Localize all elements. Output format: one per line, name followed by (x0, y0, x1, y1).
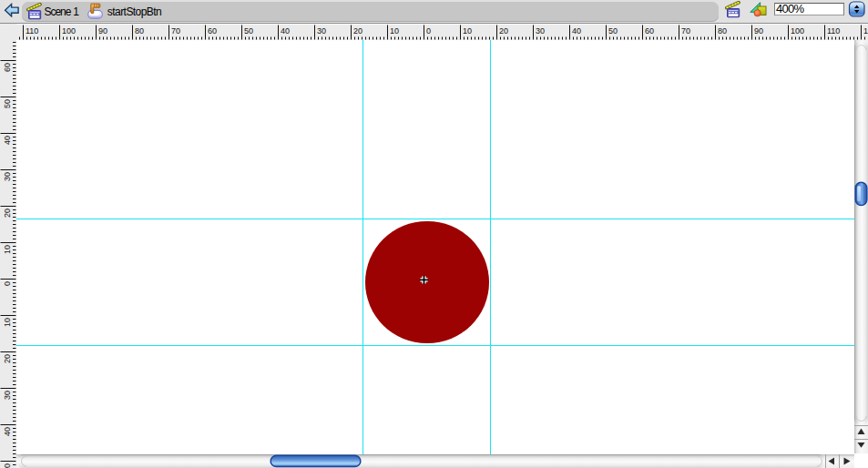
svg-text:100: 100 (62, 26, 76, 36)
svg-text:110: 110 (26, 26, 38, 36)
svg-text:110: 110 (827, 26, 840, 36)
svg-text:30: 30 (3, 391, 12, 400)
svg-text:50: 50 (3, 99, 12, 108)
svg-text:40: 40 (3, 136, 12, 145)
svg-text:100: 100 (791, 26, 804, 36)
svg-text:30: 30 (536, 26, 545, 36)
svg-text:60: 60 (645, 26, 654, 36)
svg-text:10: 10 (3, 318, 12, 327)
svg-text:50: 50 (3, 463, 12, 468)
svg-text:70: 70 (681, 26, 690, 36)
svg-text:80: 80 (718, 26, 727, 36)
svg-text:0: 0 (426, 26, 431, 36)
svg-text:40: 40 (3, 427, 12, 436)
svg-text:80: 80 (135, 26, 144, 36)
svg-text:60: 60 (208, 26, 217, 36)
svg-text:90: 90 (98, 26, 107, 36)
svg-text:50: 50 (244, 26, 253, 36)
svg-text:10: 10 (390, 26, 399, 36)
svg-text:0: 0 (3, 281, 12, 286)
svg-text:120: 120 (863, 26, 868, 36)
svg-text:30: 30 (3, 172, 12, 181)
svg-text:20: 20 (3, 209, 12, 218)
svg-text:40: 40 (572, 26, 581, 36)
svg-text:20: 20 (353, 26, 363, 36)
svg-text:90: 90 (754, 26, 763, 36)
svg-text:60: 60 (3, 63, 12, 72)
svg-text:20: 20 (3, 354, 12, 363)
svg-text:50: 50 (608, 26, 618, 36)
svg-text:20: 20 (499, 26, 508, 36)
svg-text:70: 70 (171, 26, 180, 36)
svg-text:40: 40 (281, 26, 290, 36)
svg-text:10: 10 (3, 245, 12, 254)
svg-text:10: 10 (463, 26, 472, 36)
svg-text:30: 30 (317, 26, 326, 36)
